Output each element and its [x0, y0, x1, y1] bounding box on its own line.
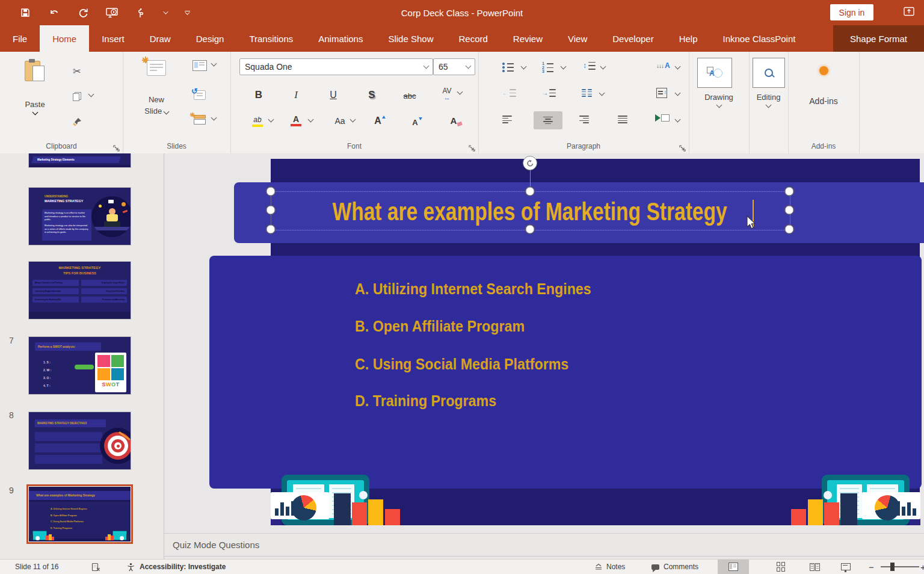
- justify-button[interactable]: [618, 116, 627, 123]
- slide-thumbnail-7[interactable]: UNDERSTANDING MARKETING STRATEGY Marketi…: [29, 188, 131, 245]
- redo-icon[interactable]: [77, 7, 89, 19]
- change-case-button[interactable]: Aa: [331, 114, 348, 128]
- zoom-slider[interactable]: [881, 566, 919, 567]
- columns-chevron-icon[interactable]: [600, 93, 604, 95]
- line-spacing-button[interactable]: ↕: [583, 61, 596, 70]
- bullets-button[interactable]: [502, 63, 513, 72]
- slide-thumbnail-9[interactable]: Perform a SWOT analysis: 1. S : 2. W : 3…: [29, 337, 131, 394]
- section-button[interactable]: [192, 114, 206, 124]
- increase-indent-button[interactable]: →: [542, 89, 556, 97]
- drawing-chevron-icon[interactable]: [689, 105, 749, 107]
- notes-text[interactable]: Quiz Mode Questions: [173, 540, 259, 550]
- slide-thumbnail-6[interactable]: Marketing Strategy Elements: [29, 153, 131, 167]
- text-direction-button[interactable]: ↓↓↓ A: [656, 61, 670, 70]
- pointer-dropdown-chevron-icon[interactable]: [163, 9, 168, 14]
- paragraph-dialog-launcher[interactable]: [679, 143, 686, 150]
- view-reading-button[interactable]: [799, 560, 830, 574]
- tab-file[interactable]: File: [0, 25, 40, 52]
- status-slide-info[interactable]: Slide 11 of 16: [15, 560, 59, 574]
- tab-animations[interactable]: Animations: [306, 25, 375, 52]
- columns-button[interactable]: [582, 89, 592, 97]
- character-spacing-button[interactable]: AV ↔: [440, 85, 454, 103]
- tab-inknoe-classpoint[interactable]: Inknoe ClassPoint: [710, 25, 808, 52]
- align-text-button[interactable]: ↕: [656, 88, 667, 98]
- answer-option-b[interactable]: B. Open Affiliate Program: [355, 318, 525, 335]
- underline-button[interactable]: U: [327, 88, 340, 102]
- align-text-chevron-icon[interactable]: [676, 93, 680, 95]
- numbering-button[interactable]: 123: [542, 63, 552, 73]
- zoom-in-button[interactable]: +: [920, 560, 924, 574]
- notes-pane[interactable]: Quiz Mode Questions: [164, 533, 924, 557]
- comments-icon[interactable]: [651, 560, 659, 574]
- slide-editing-canvas[interactable]: What are examples of Marketing Strategy …: [164, 153, 924, 533]
- tab-design[interactable]: Design: [183, 25, 237, 52]
- save-icon[interactable]: [19, 7, 31, 19]
- reset-slide-button[interactable]: ↺: [192, 89, 206, 100]
- numbering-chevron-icon[interactable]: [561, 66, 565, 69]
- tab-view[interactable]: View: [555, 25, 600, 52]
- ribbon-display-options-icon[interactable]: [904, 7, 914, 19]
- font-color-chevron-icon[interactable]: [309, 119, 313, 122]
- customize-qat-icon[interactable]: [185, 11, 190, 14]
- copy-button[interactable]: [71, 90, 83, 102]
- new-slide-button[interactable]: [138, 59, 174, 77]
- selection-handle-n[interactable]: [526, 187, 535, 196]
- editing-chevron-icon[interactable]: [749, 105, 788, 107]
- copy-dropdown-chevron-icon[interactable]: [89, 94, 93, 96]
- tab-home[interactable]: Home: [40, 25, 89, 52]
- tab-slide-show[interactable]: Slide Show: [375, 25, 446, 52]
- paste-dropdown-chevron-icon[interactable]: [17, 112, 53, 114]
- addins-button[interactable]: [788, 66, 859, 75]
- editing-button[interactable]: [753, 58, 785, 88]
- align-center-button[interactable]: [534, 111, 562, 129]
- highlight-button[interactable]: ab: [250, 113, 265, 129]
- decrease-indent-button[interactable]: ←: [502, 89, 516, 97]
- selection-handle-sw[interactable]: [266, 225, 276, 234]
- font-name-combobox[interactable]: Squada One: [239, 58, 433, 75]
- align-right-button[interactable]: [579, 116, 589, 123]
- slide-layout-button[interactable]: [192, 60, 207, 71]
- zoom-slider-handle[interactable]: [890, 563, 895, 571]
- selection-handle-w[interactable]: [266, 206, 276, 215]
- text-direction-chevron-icon[interactable]: [676, 66, 680, 69]
- sign-in-button[interactable]: Sign in: [830, 4, 873, 20]
- highlight-chevron-icon[interactable]: [269, 119, 273, 122]
- font-size-combobox[interactable]: 65: [433, 58, 475, 75]
- bold-button[interactable]: B: [252, 88, 265, 102]
- align-left-button[interactable]: [502, 116, 512, 123]
- notes-toggle[interactable]: Notes: [606, 560, 625, 574]
- selection-handle-ne[interactable]: [785, 187, 794, 196]
- selection-handle-s[interactable]: [526, 225, 535, 234]
- rotation-handle[interactable]: [523, 156, 537, 170]
- answer-option-a[interactable]: A. Utilizing Internet Search Engines: [355, 280, 591, 298]
- tab-insert[interactable]: Insert: [89, 25, 137, 52]
- decrease-font-size-button[interactable]: A: [407, 114, 423, 130]
- start-slideshow-icon[interactable]: [106, 7, 118, 19]
- accessibility-icon[interactable]: [126, 560, 135, 574]
- selection-handle-se[interactable]: [785, 225, 794, 234]
- tab-help[interactable]: Help: [667, 25, 710, 52]
- pointer-tool-icon[interactable]: [135, 7, 147, 19]
- strikethrough-button[interactable]: abc: [401, 89, 418, 102]
- notes-toggle-icon[interactable]: [594, 560, 603, 574]
- tab-shape-format[interactable]: Shape Format: [833, 25, 924, 52]
- section-chevron-icon[interactable]: [212, 117, 216, 120]
- drawing-button[interactable]: A: [697, 58, 732, 88]
- answer-option-c[interactable]: C. Using Social Media Platforms: [355, 356, 568, 373]
- slide-thumbnail-8[interactable]: MARKETING STRATEGY TIPS FOR BUSINESS Alw…: [29, 262, 131, 319]
- format-painter-button[interactable]: [71, 116, 83, 128]
- text-shadow-button[interactable]: S: [365, 88, 378, 102]
- selection-handle-nw[interactable]: [266, 187, 276, 196]
- clear-formatting-button[interactable]: A: [446, 113, 461, 129]
- clipboard-dialog-launcher[interactable]: [113, 143, 120, 150]
- character-spacing-chevron-icon[interactable]: [458, 91, 462, 94]
- smartart-chevron-icon[interactable]: [676, 119, 680, 122]
- smartart-button[interactable]: [655, 114, 670, 122]
- layout-chevron-icon[interactable]: [212, 63, 216, 66]
- comments-toggle[interactable]: Comments: [664, 560, 698, 574]
- tab-developer[interactable]: Developer: [600, 25, 666, 52]
- tab-review[interactable]: Review: [500, 25, 555, 52]
- view-slideshow-button[interactable]: [833, 560, 859, 574]
- cut-button[interactable]: ✂: [71, 65, 83, 77]
- font-color-button[interactable]: A: [288, 113, 304, 129]
